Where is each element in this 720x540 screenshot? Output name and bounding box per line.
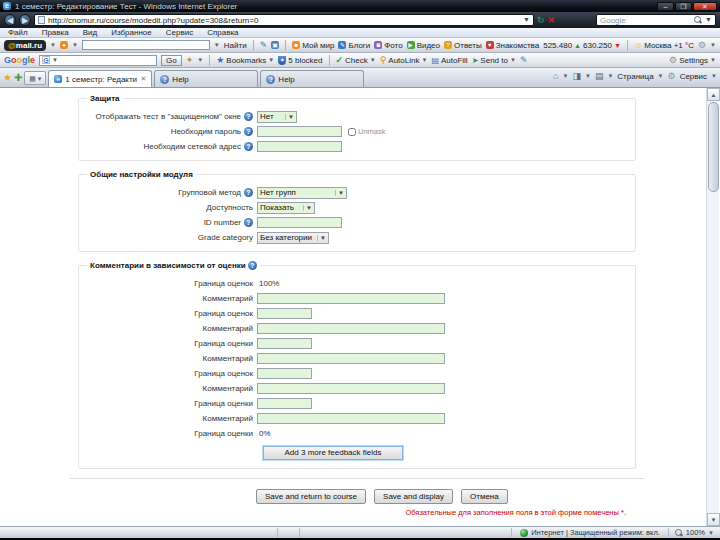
- mailru-logo[interactable]: @mail.ru: [4, 40, 46, 51]
- mailru-search-input[interactable]: [82, 40, 210, 50]
- visibility-select[interactable]: Показать▼: [257, 202, 315, 214]
- save-display-button[interactable]: Save and display: [374, 489, 453, 504]
- tab-close-icon[interactable]: ✕: [140, 75, 146, 83]
- add-feedback-fields-button[interactable]: Add 3 more feedback fields: [263, 446, 403, 460]
- monitor-icon[interactable]: ▣: [271, 41, 279, 49]
- mailru-moymir-link[interactable]: ☻Мой мир: [292, 41, 334, 50]
- home-dropdown-icon[interactable]: ▼: [562, 73, 568, 79]
- settings-dropdown-icon[interactable]: ▼: [710, 57, 716, 63]
- weather-widget[interactable]: ☼ Москва +1 °C: [634, 40, 694, 50]
- sendto-button[interactable]: ➤Send to▼: [472, 56, 516, 65]
- grade-boundary-input[interactable]: [257, 398, 312, 409]
- tools-menu-button[interactable]: Сервис: [680, 72, 707, 81]
- network-address-input[interactable]: [257, 141, 342, 152]
- google-go-button[interactable]: Go: [161, 55, 182, 66]
- highlight-pen-icon[interactable]: ✎: [520, 55, 528, 65]
- feeds-dropdown-icon[interactable]: ▼: [585, 73, 591, 79]
- maximize-button[interactable]: ❐: [675, 2, 692, 11]
- feedback-comment-input[interactable]: [257, 413, 445, 424]
- stock-quotes[interactable]: 525.480 ▲ 630.250 ▼: [543, 41, 621, 50]
- spellcheck-button[interactable]: ✓Check▼: [336, 55, 376, 65]
- vertical-scrollbar[interactable]: ▲ ▼: [706, 88, 719, 526]
- sparkle-icon[interactable]: ✦: [186, 55, 194, 65]
- google-settings-button[interactable]: ⚙Settings▼: [669, 55, 716, 65]
- grade-category-select[interactable]: Без категории▼: [257, 232, 329, 244]
- autolink-dropdown-icon[interactable]: ▼: [421, 57, 427, 63]
- secure-window-select[interactable]: Нет▼: [257, 111, 297, 123]
- tab-help-1[interactable]: ? Help: [154, 70, 258, 87]
- search-box[interactable]: Google ▼: [596, 14, 716, 26]
- unmask-checkbox[interactable]: [348, 128, 356, 136]
- check-dropdown-icon[interactable]: ▼: [370, 57, 376, 63]
- forward-button[interactable]: ▶: [19, 14, 31, 26]
- popup-blocker-button[interactable]: ✶5 blocked: [278, 56, 322, 65]
- autolink-button[interactable]: ⚲AutoLink▼: [380, 55, 428, 65]
- scroll-up-arrow[interactable]: ▲: [707, 88, 720, 101]
- help-icon[interactable]: ?: [244, 218, 253, 227]
- back-button[interactable]: ◀: [4, 14, 16, 26]
- home-icon[interactable]: ⌂: [553, 71, 558, 81]
- page-dropdown-icon[interactable]: ▼: [658, 73, 664, 79]
- tools-dropdown-icon[interactable]: ▼: [711, 73, 717, 79]
- scrollbar-thumb[interactable]: [708, 102, 719, 192]
- mailru-search-history-icon[interactable]: ▼: [214, 42, 220, 48]
- page-menu-button[interactable]: Страница: [617, 72, 653, 81]
- help-icon[interactable]: ?: [244, 142, 253, 151]
- mailru-photo-link[interactable]: ◙Фото: [374, 41, 402, 50]
- idnumber-input[interactable]: [257, 217, 342, 228]
- mailru-dating-link[interactable]: ♥Знакомства: [486, 41, 540, 50]
- bookmarks-button[interactable]: ★Bookmarks▼: [216, 55, 274, 65]
- zoom-control[interactable]: 100% ▼: [668, 528, 720, 537]
- address-dropdown-icon[interactable]: ▼: [523, 15, 530, 25]
- search-input[interactable]: Google: [600, 16, 691, 25]
- mailru-answers-link[interactable]: ?Ответы: [444, 41, 482, 50]
- group-mode-select[interactable]: Нет групп▼: [257, 187, 347, 199]
- menu-help[interactable]: Справка: [207, 28, 238, 37]
- print-dropdown-icon[interactable]: ▼: [607, 73, 613, 79]
- cancel-button[interactable]: Отмена: [461, 489, 508, 504]
- search-icon[interactable]: [694, 16, 702, 24]
- feedback-comment-input[interactable]: [257, 353, 445, 364]
- address-bar[interactable]: http://cnomur.ru/course/modedit.php?upda…: [34, 14, 534, 26]
- tab-help-2[interactable]: ? Help: [260, 70, 364, 87]
- menu-file[interactable]: Файл: [8, 28, 28, 37]
- feedback-comment-input[interactable]: [257, 293, 445, 304]
- sparkle-dropdown-icon[interactable]: ▼: [197, 57, 203, 63]
- minimize-button[interactable]: –: [657, 2, 674, 11]
- help-icon[interactable]: ?: [244, 112, 253, 121]
- mailru-settings-dropdown-icon[interactable]: ▼: [710, 42, 716, 48]
- mailru-find-button[interactable]: Найти: [224, 41, 247, 50]
- mailru-blogs-link[interactable]: ✎Блоги: [338, 41, 370, 50]
- feeds-icon[interactable]: ◨: [572, 71, 581, 81]
- zoom-dropdown-icon[interactable]: ▼: [708, 530, 714, 536]
- tab-quiz-editing[interactable]: e 1 семестр: Редактиров... ✕: [48, 70, 152, 87]
- autofill-button[interactable]: ▤AutoFill: [431, 56, 467, 65]
- stop-icon[interactable]: ✕: [548, 15, 556, 25]
- grade-boundary-input[interactable]: [257, 338, 312, 349]
- mailru-video-link[interactable]: ▶Видео: [407, 41, 440, 50]
- favorites-star-icon[interactable]: ★: [3, 72, 12, 83]
- google-search-dropdown-icon[interactable]: ▼: [52, 57, 58, 63]
- highlighter-icon[interactable]: ✎: [260, 40, 268, 50]
- grade-boundary-input[interactable]: [257, 308, 312, 319]
- password-input[interactable]: [257, 126, 342, 137]
- address-url[interactable]: http://cnomur.ru/course/modedit.php?upda…: [48, 16, 520, 25]
- refresh-icon[interactable]: ↻: [537, 15, 545, 25]
- mailru-search-mode-icon[interactable]: ●: [60, 41, 68, 49]
- menu-edit[interactable]: Правка: [42, 28, 69, 37]
- menu-view[interactable]: Вид: [83, 28, 97, 37]
- save-return-button[interactable]: Save and return to course: [256, 489, 366, 504]
- feedback-comment-input[interactable]: [257, 383, 445, 394]
- help-icon[interactable]: ?: [248, 261, 257, 270]
- help-icon[interactable]: ?: [244, 188, 253, 197]
- quick-tabs-button[interactable]: ▦ ▾: [24, 71, 46, 85]
- help-icon[interactable]: ?: [244, 127, 253, 136]
- mailru-logo-dropdown-icon[interactable]: ▼: [50, 42, 56, 48]
- mailru-settings-icon[interactable]: ⚙: [698, 40, 706, 50]
- grade-boundary-input[interactable]: [257, 368, 312, 379]
- menu-tools[interactable]: Сервис: [166, 28, 193, 37]
- close-button[interactable]: ✕: [693, 2, 717, 11]
- mailru-search-mode-dropdown-icon[interactable]: ▼: [72, 42, 78, 48]
- feedback-comment-input[interactable]: [257, 323, 445, 334]
- bookmarks-dropdown-icon[interactable]: ▼: [268, 57, 274, 63]
